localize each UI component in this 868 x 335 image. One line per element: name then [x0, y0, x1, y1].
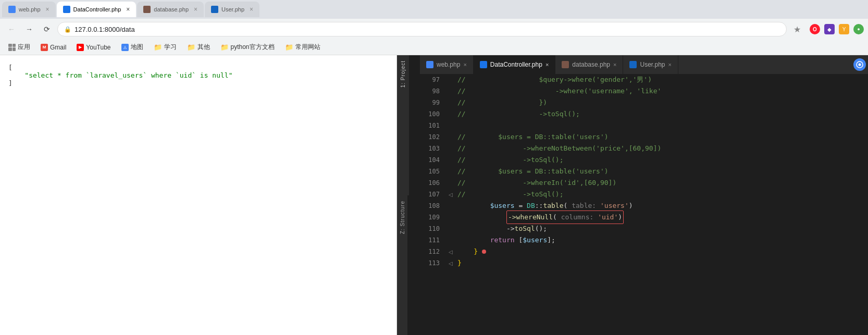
- line-num-106: 106: [420, 177, 440, 189]
- main-content: [ "select * from `laravel_users` where `…: [0, 55, 868, 335]
- code-line-103: // ->whereNotBetween('price',[60,90]): [457, 143, 868, 154]
- ide-file-icon-data: [480, 61, 487, 68]
- browser-tab-user[interactable]: User.php ×: [205, 2, 259, 17]
- line-num-112: 112: [420, 246, 440, 257]
- gmail-icon: M: [41, 44, 48, 51]
- ext2-icon[interactable]: Y: [839, 24, 849, 34]
- line-num-110: 110: [420, 223, 440, 234]
- structure-panel-label[interactable]: Z: Structure: [399, 198, 406, 236]
- ext3-icon[interactable]: ●: [853, 24, 864, 34]
- line-num-103: 103: [420, 143, 440, 154]
- tab-close-data[interactable]: ×: [126, 6, 130, 13]
- tab-close-database[interactable]: ×: [194, 6, 197, 13]
- tab-close-web[interactable]: ×: [46, 6, 49, 13]
- bookmark-maps-label: 地图: [131, 43, 143, 52]
- code-line-99: // }): [457, 97, 868, 108]
- tab-close-user[interactable]: ×: [250, 6, 253, 13]
- code-line-110: ->toSql();: [457, 223, 868, 234]
- ide-tab-close-data[interactable]: ×: [545, 61, 549, 68]
- folder-python-icon: 📁: [220, 43, 229, 51]
- ide-tab-data[interactable]: DataController.php ×: [474, 55, 556, 74]
- ide-panel: 1: Project Z: Structure web.php ×: [397, 55, 868, 335]
- bookmark-python[interactable]: 📁 python官方文档: [216, 41, 279, 53]
- browser-tab-data[interactable]: DataController.php ×: [57, 2, 137, 17]
- ide-tab-close-user[interactable]: ×: [668, 61, 672, 68]
- code-line-108: $users = DB::table( table: 'users'): [457, 200, 868, 212]
- bookmark-apps[interactable]: 应用: [4, 41, 34, 53]
- bookmark-maps[interactable]: ◬ 地图: [117, 41, 147, 53]
- folder-common-icon: 📁: [285, 43, 293, 51]
- line-num-108: 108: [420, 200, 440, 212]
- line-num-98: 98: [420, 85, 440, 97]
- ide-tab-user[interactable]: User.php ×: [623, 55, 678, 74]
- project-panel-label[interactable]: 1: Project: [399, 58, 407, 90]
- ide-file-icon-web: [426, 61, 433, 68]
- gutter-104: [446, 154, 455, 166]
- code-line-98: // ->where('username', 'like': [457, 85, 868, 97]
- bookmark-common-label: 常用网站: [295, 43, 320, 52]
- ide-tab-close-database[interactable]: ×: [613, 61, 616, 68]
- bookmark-common[interactable]: 📁 常用网站: [281, 41, 325, 53]
- ide-tab-web[interactable]: web.php ×: [420, 55, 474, 74]
- gutter-103: [446, 143, 455, 154]
- ide-tab-database[interactable]: database.php ×: [555, 55, 623, 74]
- bookmark-gmail[interactable]: M Gmail: [36, 42, 70, 53]
- ide-tab-title-database: database.php: [572, 61, 610, 68]
- back-button[interactable]: ←: [4, 22, 19, 36]
- line-num-105: 105: [420, 166, 440, 177]
- forward-button[interactable]: →: [22, 22, 36, 36]
- opera-extension-icon[interactable]: O: [810, 24, 820, 34]
- gutter: ◁ ◁ ◁: [446, 74, 455, 335]
- code-editor[interactable]: 97 98 99 100 101 102 103 104 105 106 107…: [420, 74, 868, 335]
- code-line-102: // $users = DB::table('users'): [457, 131, 868, 143]
- gutter-102: [446, 131, 455, 143]
- bookmark-star-button[interactable]: ★: [790, 22, 804, 36]
- maps-icon: ◬: [121, 44, 129, 51]
- apps-icon: [8, 44, 16, 51]
- ext1-icon[interactable]: ◆: [824, 24, 835, 34]
- tab-title-database: database.php: [154, 6, 189, 13]
- line-num-113: 113: [420, 257, 440, 269]
- gutter-108: [446, 200, 455, 212]
- line-num-104: 104: [420, 154, 440, 166]
- browser-tab-web[interactable]: web.php ×: [2, 2, 56, 17]
- code-line-113: }: [457, 257, 868, 269]
- tab-favicon-data: [63, 6, 70, 13]
- line-num-101: 101: [420, 120, 440, 131]
- bookmark-study-label: 学习: [164, 43, 177, 52]
- code-line-100: // ->toSql();: [457, 108, 868, 120]
- side-panels: 1: Project Z: Structure: [397, 55, 420, 335]
- tab-title-user: User.php: [221, 6, 244, 13]
- code-line-109: ->whereNull( columns: 'uid'): [457, 212, 868, 223]
- ide-tab-bar: web.php × DataController.php × database.…: [420, 55, 868, 74]
- gutter-98: [446, 85, 455, 97]
- browser-tab-bar: web.php × DataController.php × database.…: [0, 0, 868, 19]
- browser-tab-database[interactable]: database.php ×: [137, 2, 204, 17]
- highlight-box-109: ->whereNull( columns: 'uid'): [506, 210, 624, 224]
- address-bar: ← → ⟳ 🔒 127.0.0.1:8000/data ★ O ◆ Y ●: [0, 19, 868, 40]
- folder-study-icon: 📁: [154, 43, 162, 51]
- url-bar[interactable]: 🔒 127.0.0.1:8000/data: [57, 22, 787, 36]
- line-num-97: 97: [420, 74, 440, 85]
- code-line-107: // ->toSql();: [457, 189, 868, 200]
- svg-point-1: [859, 64, 861, 66]
- ide-tabs-area: web.php × DataController.php × database.…: [420, 55, 868, 335]
- code-line-112: }: [457, 246, 868, 257]
- bookmark-other[interactable]: 📁 其他: [183, 41, 214, 53]
- ide-tab-close-web[interactable]: ×: [463, 61, 466, 68]
- tab-favicon-user: [211, 6, 218, 13]
- line-num-111: 111: [420, 234, 440, 246]
- reload-button[interactable]: ⟳: [40, 22, 54, 36]
- bookmark-youtube[interactable]: ▶ YouTube: [72, 42, 115, 53]
- gutter-113: ◁: [446, 257, 455, 269]
- line-num-107: 107: [420, 189, 440, 200]
- code-lines[interactable]: // $query->where('gender','男') // ->wher…: [455, 74, 868, 335]
- gutter-107: ◁: [446, 189, 455, 200]
- bookmark-study[interactable]: 📁 学习: [150, 41, 181, 53]
- tab-title-data: DataController.php: [73, 6, 121, 13]
- bookmark-gmail-label: Gmail: [50, 44, 66, 51]
- code-line-111: return [$users];: [457, 234, 868, 246]
- tab-favicon-web: [8, 6, 16, 13]
- bookmark-youtube-label: YouTube: [86, 44, 110, 51]
- gutter-112: ◁: [446, 246, 455, 257]
